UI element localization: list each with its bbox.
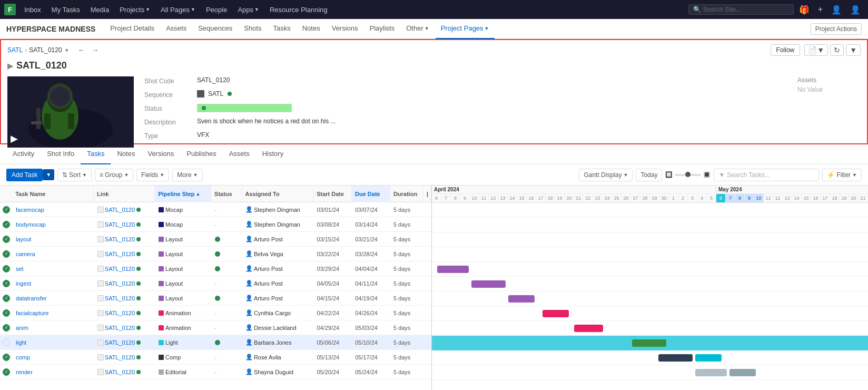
row-check[interactable]: ✓	[0, 221, 13, 228]
plus-icon[interactable]: +	[815, 5, 826, 14]
expand-icon[interactable]: ▼	[846, 44, 861, 56]
refresh-icon[interactable]: ↻	[830, 44, 844, 56]
nav-playlists[interactable]: Playlists	[364, 19, 400, 39]
nav-media[interactable]: Media	[86, 4, 113, 16]
th-status[interactable]: Status	[211, 186, 242, 202]
zoom-control[interactable]: 🔲 🔳	[665, 171, 711, 178]
more-button[interactable]: More ▼	[172, 169, 202, 181]
check-icon[interactable]: ✓	[3, 236, 10, 243]
gift-icon[interactable]: 🎁	[796, 5, 813, 15]
zoom-in-icon[interactable]: 🔳	[703, 171, 711, 178]
row-check[interactable]: ✓	[0, 354, 13, 361]
task-name[interactable]: light	[13, 335, 94, 350]
th-pipeline-step[interactable]: Pipeline Step ▲	[155, 186, 211, 202]
check-icon[interactable]: ✓	[3, 354, 10, 361]
task-name[interactable]: datatransfer	[13, 291, 94, 306]
table-row[interactable]: ✓ datatransfer SATL_0120 Layout 👤Arturo …	[0, 291, 431, 306]
add-task-button[interactable]: Add Task	[6, 169, 43, 181]
zoom-out-icon[interactable]: 🔲	[665, 171, 673, 178]
check-icon[interactable]: ✓	[3, 221, 10, 228]
row-check[interactable]: ✓	[0, 236, 13, 243]
document-icon[interactable]: 📄▼	[804, 44, 828, 56]
gantt-bar[interactable]	[471, 280, 506, 288]
nav-resource-planning[interactable]: Resource Planning	[265, 4, 332, 16]
gantt-display-button[interactable]: Gantt Display ▼	[579, 169, 633, 181]
nav-inbox[interactable]: Inbox	[20, 4, 45, 16]
check-icon[interactable]: ✓	[3, 250, 10, 258]
gantt-bar[interactable]	[695, 369, 727, 376]
table-row[interactable]: ✓ layout SATL_0120 Layout 👤Arturo Post 0…	[0, 232, 431, 247]
table-row[interactable]: ✓ bodymocap SATL_0120 Mocap - 👤Stephen D…	[0, 217, 431, 232]
task-link[interactable]: SATL_0120	[94, 335, 155, 350]
table-row[interactable]: ✓ render SATL_0120 Editorial - 👤Shayna D…	[0, 365, 431, 379]
row-check[interactable]: ✓	[0, 295, 13, 302]
site-search[interactable]: 🔍 Search Site...	[688, 4, 794, 15]
gantt-bar[interactable]	[632, 339, 666, 347]
shot-thumbnail[interactable]: ▶	[7, 76, 134, 148]
status-value[interactable]	[197, 104, 292, 112]
th-assigned[interactable]: Assigned To	[242, 186, 314, 202]
nav-versions[interactable]: Versions	[327, 19, 363, 39]
table-row[interactable]: light SATL_0120 Light 👤Barbara Jones 05/…	[0, 335, 431, 350]
next-arrow[interactable]: →	[90, 45, 101, 55]
task-name[interactable]: comp	[13, 350, 94, 365]
search-tasks-input[interactable]: ▼ Search Tasks...	[714, 169, 819, 181]
today-button[interactable]: Today	[636, 169, 662, 181]
task-link[interactable]: SATL_0120	[94, 350, 155, 365]
check-icon[interactable]: ✓	[3, 309, 10, 317]
sort-button[interactable]: ⇅ Sort ▼	[57, 169, 92, 181]
breadcrumb-parent[interactable]: SATL	[7, 46, 23, 54]
check-icon[interactable]: ✓	[3, 280, 10, 287]
gantt-bar[interactable]	[574, 325, 603, 332]
check-icon[interactable]: ✓	[3, 206, 10, 213]
task-name[interactable]: render	[13, 365, 94, 379]
filter-button[interactable]: ⚡ Filter ▼	[822, 169, 862, 181]
gantt-bar[interactable]	[729, 369, 756, 376]
notifications-icon[interactable]: 👤	[828, 5, 845, 15]
row-check[interactable]: ✓	[0, 309, 13, 317]
table-row[interactable]: ✓ comp SATL_0120 Comp - 👤Rose Avila 05/1…	[0, 350, 431, 365]
table-row[interactable]: ✓ anim SATL_0120 Animation - 👤Dessie Lac…	[0, 320, 431, 335]
task-link[interactable]: SATL_0120	[94, 291, 155, 306]
task-name[interactable]: layout	[13, 232, 94, 247]
nav-shots[interactable]: Shots	[239, 19, 267, 39]
task-link[interactable]: SATL_0120	[94, 232, 155, 247]
row-check[interactable]: ✓	[0, 368, 13, 376]
table-row[interactable]: ✓ ingest SATL_0120 Layout - 👤Arturo Post…	[0, 276, 431, 291]
gantt-bar[interactable]	[542, 310, 569, 317]
gantt-bar[interactable]	[437, 266, 469, 273]
nav-projects[interactable]: Projects▼	[115, 4, 154, 16]
check-icon[interactable]: ✓	[3, 295, 10, 302]
row-check[interactable]: ✓	[0, 250, 13, 258]
th-start-date[interactable]: Start Date	[313, 186, 352, 202]
table-row[interactable]: ✓ facemocap SATL_0120 Mocap - 👤Stephen D…	[0, 202, 431, 217]
row-check[interactable]: ✓	[0, 265, 13, 272]
breadcrumb-chevron[interactable]: ▼	[64, 47, 70, 53]
check-icon[interactable]: ✓	[3, 324, 10, 331]
th-task-name[interactable]: Task Name	[12, 186, 94, 202]
nav-other[interactable]: Other▼	[401, 19, 434, 39]
task-name[interactable]: set	[13, 261, 94, 276]
prev-arrow[interactable]: ←	[76, 45, 87, 55]
table-row[interactable]: ✓ facialcapture SATL_0120 Animation - 👤C…	[0, 306, 431, 320]
fields-button[interactable]: Fields ▼	[136, 169, 169, 181]
avatar-icon[interactable]: 👤	[847, 5, 864, 15]
task-link[interactable]: SATL_0120	[94, 306, 155, 320]
play-button[interactable]: ▶	[11, 133, 18, 144]
nav-project-details[interactable]: Project Details	[105, 19, 160, 39]
task-name[interactable]: camera	[13, 247, 94, 261]
project-actions-button[interactable]: Project Actions	[811, 23, 862, 35]
task-name[interactable]: bodymocap	[13, 217, 94, 232]
nav-apps[interactable]: Apps▼	[233, 4, 263, 16]
task-name[interactable]: anim	[13, 320, 94, 335]
nav-allpages[interactable]: All Pages▼	[156, 4, 200, 16]
task-link[interactable]: SATL_0120	[94, 247, 155, 261]
task-link[interactable]: SATL_0120	[94, 276, 155, 291]
th-due-date[interactable]: Due Date	[352, 186, 390, 202]
task-link[interactable]: SATL_0120	[94, 261, 155, 276]
task-name[interactable]: facialcapture	[13, 306, 94, 320]
row-check[interactable]: ✓	[0, 324, 13, 331]
task-name[interactable]: facemocap	[13, 202, 94, 217]
nav-mytasks[interactable]: My Tasks	[47, 4, 84, 16]
nav-project-pages[interactable]: Project Pages▼	[436, 19, 495, 39]
